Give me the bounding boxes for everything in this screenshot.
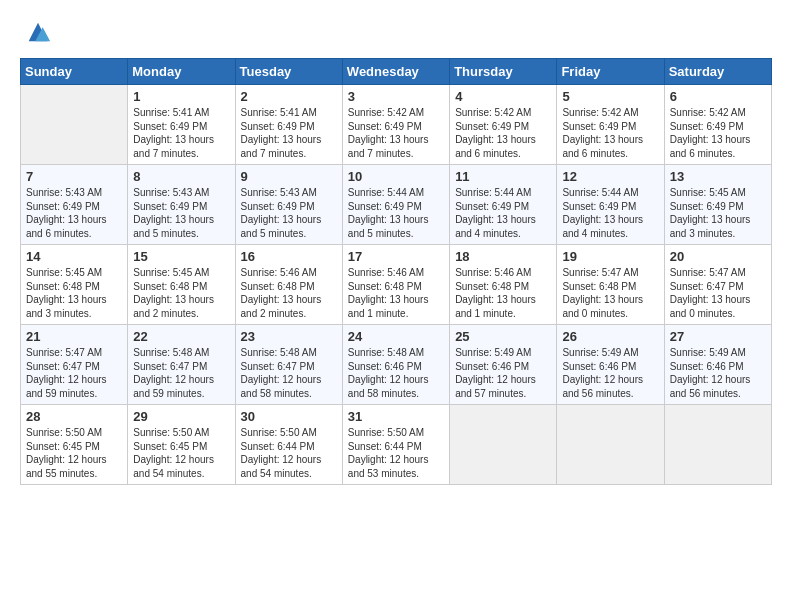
day-number: 5 (562, 89, 658, 104)
calendar-cell: 22Sunrise: 5:48 AMSunset: 6:47 PMDayligh… (128, 325, 235, 405)
day-number: 13 (670, 169, 766, 184)
calendar-cell: 12Sunrise: 5:44 AMSunset: 6:49 PMDayligh… (557, 165, 664, 245)
cell-info: Sunrise: 5:43 AMSunset: 6:49 PMDaylight:… (26, 186, 122, 240)
calendar-cell: 8Sunrise: 5:43 AMSunset: 6:49 PMDaylight… (128, 165, 235, 245)
cell-info: Sunrise: 5:47 AMSunset: 6:47 PMDaylight:… (670, 266, 766, 320)
weekday-row: SundayMondayTuesdayWednesdayThursdayFrid… (21, 59, 772, 85)
cell-info: Sunrise: 5:49 AMSunset: 6:46 PMDaylight:… (562, 346, 658, 400)
logo-icon (24, 18, 52, 46)
cell-info: Sunrise: 5:45 AMSunset: 6:48 PMDaylight:… (133, 266, 229, 320)
cell-info: Sunrise: 5:46 AMSunset: 6:48 PMDaylight:… (348, 266, 444, 320)
day-number: 19 (562, 249, 658, 264)
day-number: 12 (562, 169, 658, 184)
week-row-4: 21Sunrise: 5:47 AMSunset: 6:47 PMDayligh… (21, 325, 772, 405)
calendar-cell (557, 405, 664, 485)
calendar-cell: 28Sunrise: 5:50 AMSunset: 6:45 PMDayligh… (21, 405, 128, 485)
day-number: 24 (348, 329, 444, 344)
day-number: 14 (26, 249, 122, 264)
day-number: 1 (133, 89, 229, 104)
day-number: 6 (670, 89, 766, 104)
calendar-cell: 11Sunrise: 5:44 AMSunset: 6:49 PMDayligh… (450, 165, 557, 245)
cell-info: Sunrise: 5:42 AMSunset: 6:49 PMDaylight:… (348, 106, 444, 160)
day-number: 7 (26, 169, 122, 184)
day-number: 15 (133, 249, 229, 264)
cell-info: Sunrise: 5:43 AMSunset: 6:49 PMDaylight:… (241, 186, 337, 240)
day-number: 8 (133, 169, 229, 184)
calendar: SundayMondayTuesdayWednesdayThursdayFrid… (20, 58, 772, 485)
day-number: 3 (348, 89, 444, 104)
day-number: 18 (455, 249, 551, 264)
calendar-cell: 7Sunrise: 5:43 AMSunset: 6:49 PMDaylight… (21, 165, 128, 245)
header (20, 18, 772, 46)
calendar-cell: 23Sunrise: 5:48 AMSunset: 6:47 PMDayligh… (235, 325, 342, 405)
calendar-cell (450, 405, 557, 485)
cell-info: Sunrise: 5:41 AMSunset: 6:49 PMDaylight:… (133, 106, 229, 160)
cell-info: Sunrise: 5:42 AMSunset: 6:49 PMDaylight:… (670, 106, 766, 160)
day-number: 26 (562, 329, 658, 344)
day-number: 10 (348, 169, 444, 184)
calendar-cell: 5Sunrise: 5:42 AMSunset: 6:49 PMDaylight… (557, 85, 664, 165)
weekday-saturday: Saturday (664, 59, 771, 85)
calendar-cell: 26Sunrise: 5:49 AMSunset: 6:46 PMDayligh… (557, 325, 664, 405)
day-number: 30 (241, 409, 337, 424)
day-number: 28 (26, 409, 122, 424)
cell-info: Sunrise: 5:50 AMSunset: 6:45 PMDaylight:… (26, 426, 122, 480)
calendar-cell (664, 405, 771, 485)
calendar-cell: 19Sunrise: 5:47 AMSunset: 6:48 PMDayligh… (557, 245, 664, 325)
day-number: 17 (348, 249, 444, 264)
calendar-cell: 6Sunrise: 5:42 AMSunset: 6:49 PMDaylight… (664, 85, 771, 165)
cell-info: Sunrise: 5:50 AMSunset: 6:44 PMDaylight:… (348, 426, 444, 480)
calendar-cell: 14Sunrise: 5:45 AMSunset: 6:48 PMDayligh… (21, 245, 128, 325)
calendar-cell: 3Sunrise: 5:42 AMSunset: 6:49 PMDaylight… (342, 85, 449, 165)
calendar-cell: 13Sunrise: 5:45 AMSunset: 6:49 PMDayligh… (664, 165, 771, 245)
weekday-wednesday: Wednesday (342, 59, 449, 85)
cell-info: Sunrise: 5:46 AMSunset: 6:48 PMDaylight:… (455, 266, 551, 320)
logo (20, 18, 52, 46)
calendar-cell: 16Sunrise: 5:46 AMSunset: 6:48 PMDayligh… (235, 245, 342, 325)
day-number: 21 (26, 329, 122, 344)
calendar-cell: 15Sunrise: 5:45 AMSunset: 6:48 PMDayligh… (128, 245, 235, 325)
weekday-sunday: Sunday (21, 59, 128, 85)
day-number: 22 (133, 329, 229, 344)
cell-info: Sunrise: 5:47 AMSunset: 6:47 PMDaylight:… (26, 346, 122, 400)
day-number: 27 (670, 329, 766, 344)
calendar-cell: 1Sunrise: 5:41 AMSunset: 6:49 PMDaylight… (128, 85, 235, 165)
cell-info: Sunrise: 5:44 AMSunset: 6:49 PMDaylight:… (562, 186, 658, 240)
calendar-cell: 25Sunrise: 5:49 AMSunset: 6:46 PMDayligh… (450, 325, 557, 405)
day-number: 25 (455, 329, 551, 344)
calendar-cell: 31Sunrise: 5:50 AMSunset: 6:44 PMDayligh… (342, 405, 449, 485)
weekday-friday: Friday (557, 59, 664, 85)
cell-info: Sunrise: 5:43 AMSunset: 6:49 PMDaylight:… (133, 186, 229, 240)
cell-info: Sunrise: 5:47 AMSunset: 6:48 PMDaylight:… (562, 266, 658, 320)
day-number: 2 (241, 89, 337, 104)
calendar-cell: 2Sunrise: 5:41 AMSunset: 6:49 PMDaylight… (235, 85, 342, 165)
week-row-2: 7Sunrise: 5:43 AMSunset: 6:49 PMDaylight… (21, 165, 772, 245)
calendar-cell: 29Sunrise: 5:50 AMSunset: 6:45 PMDayligh… (128, 405, 235, 485)
calendar-cell: 30Sunrise: 5:50 AMSunset: 6:44 PMDayligh… (235, 405, 342, 485)
weekday-thursday: Thursday (450, 59, 557, 85)
calendar-cell (21, 85, 128, 165)
cell-info: Sunrise: 5:41 AMSunset: 6:49 PMDaylight:… (241, 106, 337, 160)
weekday-tuesday: Tuesday (235, 59, 342, 85)
calendar-cell: 21Sunrise: 5:47 AMSunset: 6:47 PMDayligh… (21, 325, 128, 405)
day-number: 29 (133, 409, 229, 424)
cell-info: Sunrise: 5:44 AMSunset: 6:49 PMDaylight:… (455, 186, 551, 240)
weekday-monday: Monday (128, 59, 235, 85)
cell-info: Sunrise: 5:50 AMSunset: 6:45 PMDaylight:… (133, 426, 229, 480)
cell-info: Sunrise: 5:48 AMSunset: 6:46 PMDaylight:… (348, 346, 444, 400)
calendar-cell: 9Sunrise: 5:43 AMSunset: 6:49 PMDaylight… (235, 165, 342, 245)
cell-info: Sunrise: 5:50 AMSunset: 6:44 PMDaylight:… (241, 426, 337, 480)
cell-info: Sunrise: 5:49 AMSunset: 6:46 PMDaylight:… (455, 346, 551, 400)
calendar-cell: 27Sunrise: 5:49 AMSunset: 6:46 PMDayligh… (664, 325, 771, 405)
cell-info: Sunrise: 5:42 AMSunset: 6:49 PMDaylight:… (562, 106, 658, 160)
day-number: 16 (241, 249, 337, 264)
calendar-cell: 24Sunrise: 5:48 AMSunset: 6:46 PMDayligh… (342, 325, 449, 405)
calendar-cell: 4Sunrise: 5:42 AMSunset: 6:49 PMDaylight… (450, 85, 557, 165)
page: SundayMondayTuesdayWednesdayThursdayFrid… (0, 0, 792, 495)
cell-info: Sunrise: 5:44 AMSunset: 6:49 PMDaylight:… (348, 186, 444, 240)
calendar-header: SundayMondayTuesdayWednesdayThursdayFrid… (21, 59, 772, 85)
cell-info: Sunrise: 5:49 AMSunset: 6:46 PMDaylight:… (670, 346, 766, 400)
cell-info: Sunrise: 5:48 AMSunset: 6:47 PMDaylight:… (133, 346, 229, 400)
cell-info: Sunrise: 5:45 AMSunset: 6:49 PMDaylight:… (670, 186, 766, 240)
calendar-cell: 18Sunrise: 5:46 AMSunset: 6:48 PMDayligh… (450, 245, 557, 325)
